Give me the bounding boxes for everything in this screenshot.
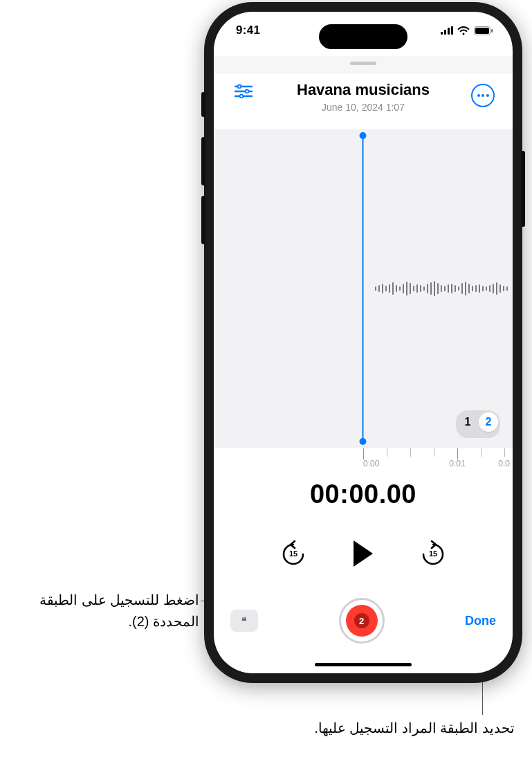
- timeline-label-1: 0:01: [449, 459, 465, 468]
- record-button[interactable]: 2: [339, 598, 385, 644]
- play-button[interactable]: [345, 535, 382, 572]
- layer-option-2[interactable]: 2: [479, 412, 498, 432]
- battery-icon: [474, 26, 493, 35]
- done-button[interactable]: Done: [465, 614, 496, 628]
- phone-frame: 9:41: [204, 2, 522, 683]
- record-layer-badge: 2: [354, 613, 369, 628]
- timeline-label-0: 0:00: [363, 459, 379, 468]
- callout-record: اضغط للتسجيل على الطبقة المحددة (2).: [21, 590, 199, 632]
- svg-rect-2: [491, 29, 493, 33]
- playback-settings-button[interactable]: [234, 84, 253, 99]
- home-indicator[interactable]: [315, 663, 412, 666]
- more-options-button[interactable]: [471, 84, 495, 107]
- phone-mute-switch: [201, 92, 205, 117]
- cellular-icon: [441, 26, 453, 35]
- svg-point-11: [241, 95, 243, 98]
- quote-icon: ❝: [241, 615, 247, 626]
- playhead-handle-top[interactable]: [360, 132, 367, 139]
- recording-header: Havana musicians June 10, 2024 1:07: [214, 74, 513, 136]
- skip-forward-button[interactable]: 15: [419, 540, 447, 567]
- phone-volume-down: [201, 196, 205, 244]
- skip-back-amount: 15: [289, 549, 297, 558]
- record-icon: 2: [346, 605, 378, 637]
- bottom-bar: ❝ 2 Done: [214, 593, 513, 648]
- recording-title[interactable]: Havana musicians: [259, 81, 467, 99]
- playhead-handle-bottom[interactable]: [360, 438, 367, 445]
- elapsed-time: 00:00.00: [214, 480, 513, 509]
- waveform-area[interactable]: 1 2: [214, 129, 513, 448]
- phone-volume-up: [201, 137, 205, 185]
- phone-side-button: [521, 151, 525, 227]
- playhead-line: [363, 135, 364, 442]
- sheet-grabber[interactable]: [350, 62, 376, 65]
- sheet-grabber-area: [214, 56, 513, 75]
- callout-layer: تحديد الطبقة المراد التسجيل عليها.: [295, 718, 515, 739]
- timeline-label-2: 0:0: [498, 459, 513, 468]
- more-icon: [477, 94, 489, 97]
- layer-option-1[interactable]: 1: [458, 412, 477, 432]
- svg-rect-1: [475, 28, 489, 34]
- recording-subtitle: June 10, 2024 1:07: [259, 102, 467, 113]
- status-time: 9:41: [236, 24, 260, 37]
- wifi-icon: [457, 26, 470, 35]
- timeline-ruler[interactable]: 0:00 0:01 0:0: [214, 448, 513, 473]
- layer-selector[interactable]: 1 2: [456, 410, 500, 438]
- skip-forward-amount: 15: [429, 549, 437, 558]
- waveform-bars: [375, 280, 513, 298]
- svg-point-9: [239, 86, 241, 88]
- svg-point-10: [246, 91, 248, 93]
- skip-back-button[interactable]: 15: [279, 540, 307, 567]
- transcript-button[interactable]: ❝: [230, 610, 258, 632]
- notch: [319, 24, 407, 49]
- playback-controls: 15 15: [214, 529, 513, 578]
